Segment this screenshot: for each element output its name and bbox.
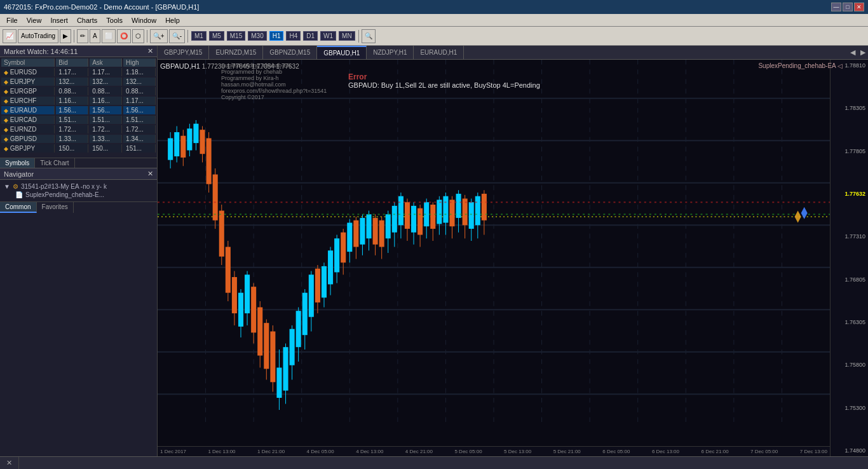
svg-rect-97 [405, 202, 410, 229]
chart-tabs: GBPJPY,M15 EURNZD,M15 GBPNZD,M15 GBPAUD,… [158, 46, 868, 60]
toolbar-btn-6[interactable]: ⬡ [132, 29, 144, 43]
list-item[interactable]: ◆ EURUSD 1.17...1.17... 1.18... [1, 68, 156, 76]
menu-help[interactable]: Help [161, 16, 184, 25]
tf-m30[interactable]: M30 [248, 31, 266, 41]
svg-marker-125 [801, 207, 808, 219]
chart-canvas[interactable]: GBPAUD,H1 1.77230 1.77645 1.77054 1.7763… [158, 60, 868, 456]
zoom-out-btn[interactable]: 🔍- [169, 29, 185, 43]
list-item[interactable]: ◆ EURAUD 1.56...1.56... 1.56... [1, 106, 156, 114]
chart-tab-gbpaud[interactable]: GBPAUD,H1 [317, 46, 367, 59]
col-ask[interactable]: Ask [90, 58, 122, 67]
tab-symbols[interactable]: Symbols [0, 158, 35, 168]
tab-common[interactable]: Common [0, 202, 37, 213]
list-item[interactable]: ◆ EURGBP 0.88...0.88... 0.88... [1, 87, 156, 95]
title-bar: 4672015: FxPro.com-Demo02 - Demo Account… [0, 0, 868, 14]
chart-ea-info: SuplexPending_chehab-EA Programmed by ch… [221, 62, 327, 100]
market-watch-close[interactable]: ✕ [147, 47, 153, 55]
svg-rect-79 [347, 223, 352, 252]
toolbar-btn-2[interactable]: ✏ [77, 29, 88, 43]
time-label: 1 Dec 21:00 [257, 449, 285, 454]
time-label: 1 Dec 13:00 [208, 449, 235, 454]
navigator-title: Navigator [4, 170, 34, 178]
folder-icon: ⚙ [13, 183, 18, 190]
list-item[interactable]: ◆ EURCHF 1.16...1.16... 1.17... [1, 97, 156, 105]
chart-tab-prev[interactable]: ◀ [848, 48, 858, 57]
svg-rect-119 [475, 196, 480, 226]
tf-m5[interactable]: M5 [209, 31, 224, 41]
tf-d1[interactable]: D1 [303, 31, 318, 41]
sep3 [187, 30, 188, 43]
col-bid[interactable]: Bid [56, 58, 88, 67]
navigator-tabs: Common Favorites [0, 201, 157, 213]
new-chart-btn[interactable]: 📈 [3, 29, 17, 43]
svg-rect-111 [449, 200, 454, 226]
tab-tick-chart[interactable]: Tick Chart [35, 158, 74, 168]
list-item[interactable]: ◆ GBPUSD 1.33...1.33... 1.34... [1, 135, 156, 143]
terminal-close-btn[interactable]: ✕ [0, 457, 19, 469]
svg-rect-29 [187, 128, 192, 150]
chart-tab-eurnzd[interactable]: EURNZD,M15 [209, 46, 263, 59]
chart-tab-gbpjpy[interactable]: GBPJPY,M15 [158, 46, 209, 59]
price-label: 1.76805 [832, 276, 867, 283]
candlestick-chart [158, 60, 830, 446]
auto-trading-btn[interactable]: AutoTrading [18, 29, 58, 43]
list-item[interactable]: ◆ EURCAD 1.51...1.51... 1.51... [1, 116, 156, 124]
time-label: 7 Dec 13:00 [800, 449, 827, 454]
tf-h1[interactable]: H1 [269, 31, 284, 41]
col-high[interactable]: High [123, 58, 156, 67]
tf-m1[interactable]: M1 [191, 31, 207, 41]
toolbar-btn-3[interactable]: A [90, 29, 100, 43]
window-controls: — □ ✕ [831, 3, 864, 11]
list-item[interactable]: ◆ GBPJPY 150...150... 151... [1, 144, 156, 153]
menu-charts[interactable]: Charts [73, 16, 101, 25]
menu-view[interactable]: View [23, 16, 46, 25]
chart-tab-nzdjpy[interactable]: NZDJPY,H1 [367, 46, 414, 59]
price-label: 1.75800 [832, 362, 867, 368]
nav-item-ea-script[interactable]: 📄 SuplexPending_chehab-E... [3, 191, 154, 199]
svg-rect-35 [207, 139, 212, 184]
tf-w1[interactable]: W1 [320, 31, 336, 41]
tf-h4[interactable]: H4 [286, 31, 301, 41]
svg-rect-41 [226, 247, 231, 293]
chart-tab-euraud[interactable]: EURAUD,H1 [414, 46, 464, 59]
chart-tab-next[interactable]: ▶ [858, 48, 868, 57]
time-label: 6 Dec 05:00 [602, 449, 630, 454]
tf-mn[interactable]: MN [339, 31, 355, 41]
navigator-header: Navigator ✕ [0, 168, 157, 180]
chart-tab-arrows: ◀ ▶ [848, 48, 868, 57]
col-symbol[interactable]: Symbol [1, 58, 55, 67]
list-item[interactable]: ◆ EURJPY 132...132... 132... [1, 78, 156, 86]
chart-tab-gbpnzd[interactable]: GBPNZD,M15 [263, 46, 317, 59]
toolbar-btn-1[interactable]: ▶ [60, 29, 71, 43]
toolbar-btn-4[interactable]: ⬜ [102, 29, 116, 43]
svg-rect-101 [417, 208, 423, 235]
svg-rect-67 [309, 275, 314, 317]
tab-favorites[interactable]: Favorites [37, 202, 74, 213]
menu-tools[interactable]: Tools [102, 16, 126, 25]
svg-rect-33 [200, 130, 205, 154]
nav-item-ea-folder[interactable]: ▼ ⚙ 31541-p2#13-My EA -no x y- k [3, 182, 154, 191]
list-item[interactable]: ◆ EURNZD 1.72...1.72... 1.72... [1, 125, 156, 133]
svg-rect-83 [360, 218, 365, 245]
navigator-close[interactable]: ✕ [147, 170, 153, 178]
toolbar-btn-5[interactable]: ⭕ [117, 29, 131, 43]
menu-window[interactable]: Window [128, 16, 160, 25]
search-btn[interactable]: 🔍 [362, 29, 376, 43]
zoom-in-btn[interactable]: 🔍+ [150, 29, 168, 43]
terminal-header: ✕ [0, 457, 868, 469]
tf-m15[interactable]: M15 [227, 31, 245, 41]
close-button[interactable]: ✕ [854, 3, 864, 11]
svg-rect-43 [232, 277, 237, 313]
svg-rect-31 [193, 124, 198, 143]
maximize-button[interactable]: □ [843, 3, 853, 11]
svg-rect-63 [296, 311, 301, 347]
time-label: 5 Dec 13:00 [504, 449, 531, 454]
svg-rect-99 [411, 206, 416, 233]
time-label: 4 Dec 05:00 [307, 449, 334, 454]
menu-file[interactable]: File [3, 16, 22, 25]
menu-insert[interactable]: Insert [46, 16, 72, 25]
svg-rect-57 [276, 368, 281, 398]
sep1 [74, 30, 74, 43]
minimize-button[interactable]: — [831, 3, 841, 11]
market-watch-tabs: Symbols Tick Chart [0, 158, 157, 168]
